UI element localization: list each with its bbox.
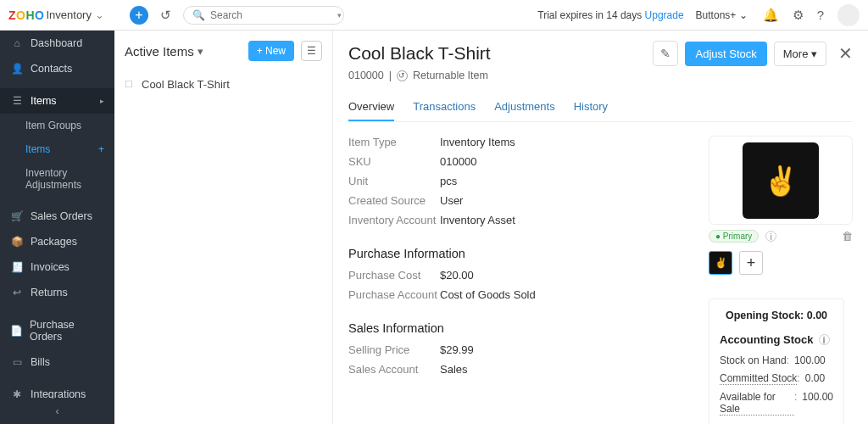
info-icon[interactable]: i <box>765 231 776 242</box>
list-view-toggle[interactable]: ☰ <box>301 41 322 61</box>
item-image[interactable] <box>709 136 853 225</box>
plus-icon[interactable]: + <box>98 143 104 155</box>
chevron-right-icon: ▸ <box>100 97 104 105</box>
field-key: Unit <box>348 175 440 187</box>
field-value: Sales <box>440 363 468 376</box>
tab-history[interactable]: History <box>574 93 608 121</box>
field-key: SKU <box>348 155 440 168</box>
field-value: Inventory Items <box>440 136 515 148</box>
sidebar-item-bills[interactable]: ▭Bills <box>0 349 114 375</box>
sidebar-item-packages[interactable]: 📦Packages <box>0 229 114 254</box>
delete-image-icon[interactable]: 🗑 <box>842 230 853 243</box>
sidebar-label: Sales Orders <box>31 210 92 222</box>
add-image-button[interactable]: + <box>739 251 763 275</box>
field-value: Cost of Goods Sold <box>440 288 536 301</box>
sidebar-sub-item-groups[interactable]: Item Groups <box>0 114 114 137</box>
field-value: $29.99 <box>440 343 474 356</box>
search-icon: 🔍 <box>192 9 205 21</box>
field-value: Inventory Asset <box>440 214 515 226</box>
sidebar-item-items[interactable]: ☰Items▸ <box>0 88 114 114</box>
quick-add-button[interactable]: + <box>130 6 148 25</box>
sidebar-item-purchase-orders[interactable]: 📄Purchase Orders <box>0 312 114 349</box>
sidebar-sub-inv-adj[interactable]: Inventory Adjustments <box>0 161 114 197</box>
sidebar-label: Items <box>31 95 57 107</box>
sidebar-sub-items[interactable]: Items+ <box>0 137 114 161</box>
sidebar-item-invoices[interactable]: 🧾Invoices <box>0 254 114 280</box>
upgrade-link[interactable]: Upgrade <box>645 9 684 21</box>
sidebar-item-sales-orders[interactable]: 🛒Sales Orders <box>0 204 114 229</box>
help-icon[interactable]: ? <box>817 8 824 22</box>
search-box[interactable]: 🔍 ▾ <box>183 6 344 25</box>
field-key: Item Type <box>348 136 440 148</box>
returnable-label: Returnable Item <box>413 70 488 81</box>
recent-icon[interactable]: ↺ <box>160 8 171 23</box>
field-value: 0.00 <box>800 372 833 385</box>
field-key[interactable]: Available for Sale <box>720 391 794 416</box>
sidebar-label: Invoices <box>31 261 70 273</box>
edit-button[interactable]: ✎ <box>653 41 678 66</box>
bill-icon: ▭ <box>10 356 24 368</box>
stock-box: Opening Stock: 0.00 Accounting Stocki St… <box>709 298 844 424</box>
sidebar-label: Purchase Orders <box>30 319 104 343</box>
contacts-icon: 👤 <box>10 63 24 75</box>
list-header: Active Items ▾ + New ☰ <box>114 31 332 71</box>
purchase-title: Purchase Information <box>348 247 688 260</box>
field-value: 010000 <box>440 155 476 168</box>
sidebar-item-returns[interactable]: ↩Returns <box>0 280 114 305</box>
checkbox-icon[interactable]: ☐ <box>125 79 133 90</box>
field-key: Created Source <box>348 194 440 207</box>
more-button[interactable]: More ▾ <box>774 42 826 66</box>
field-key: Stock on Hand <box>720 354 787 366</box>
opening-stock: Opening Stock: 0.00 <box>720 310 833 321</box>
invoice-icon: 🧾 <box>10 261 24 273</box>
bell-icon[interactable]: 🔔 <box>763 8 779 23</box>
field-value: pcs <box>440 175 457 187</box>
info-icon[interactable]: i <box>819 334 830 345</box>
sku-row: 010000 | ↺ Returnable Item <box>348 70 853 81</box>
search-scope-icon[interactable]: ▾ <box>337 11 342 20</box>
tab-adjustments[interactable]: Adjustments <box>494 93 555 121</box>
detail-fields: Item TypeInventory Items SKU010000 Unitp… <box>348 136 688 424</box>
adjust-stock-button[interactable]: Adjust Stock <box>685 42 766 66</box>
package-icon: 📦 <box>10 236 24 248</box>
logo: ZOHO <box>8 8 44 22</box>
detail-header: Cool Black T-Shirt ✎ Adjust Stock More ▾… <box>348 41 853 66</box>
new-item-button[interactable]: + New <box>248 41 294 61</box>
sidebar-label: Bills <box>31 356 50 368</box>
list-title[interactable]: Active Items <box>125 44 194 59</box>
sidebar-label: Dashboard <box>31 37 82 49</box>
sidebar-item-dashboard[interactable]: ⌂Dashboard <box>0 31 114 56</box>
po-icon: 📄 <box>10 325 23 337</box>
product-dropdown-icon[interactable]: ⌄ <box>95 8 104 21</box>
sidebar: ⌂Dashboard 👤Contacts ☰Items▸ Item Groups… <box>0 31 114 424</box>
sales-title: Sales Information <box>348 321 688 335</box>
search-input[interactable] <box>210 9 337 21</box>
tab-transactions[interactable]: Transactions <box>413 93 476 121</box>
list-item-label: Cool Black T-Shirt <box>142 78 230 91</box>
acc-stock-head: Accounting Stocki <box>720 333 833 346</box>
list-pane: Active Items ▾ + New ☰ ☐ Cool Black T-Sh… <box>114 31 333 424</box>
field-key: Purchase Account <box>348 288 440 301</box>
close-icon[interactable]: ✕ <box>838 43 853 64</box>
field-value: $20.00 <box>440 269 474 282</box>
list-filter-caret-icon[interactable]: ▾ <box>198 45 203 58</box>
return-icon: ↩ <box>10 287 24 298</box>
image-thumb[interactable]: ✌ <box>709 251 732 275</box>
sidebar-collapse[interactable]: ‹ <box>0 399 114 424</box>
avatar[interactable] <box>837 4 860 26</box>
sidebar-item-contacts[interactable]: 👤Contacts <box>0 56 114 81</box>
sidebar-label: Packages <box>31 236 77 248</box>
field-value: User <box>440 194 463 207</box>
dashboard-icon: ⌂ <box>10 37 24 49</box>
tab-overview[interactable]: Overview <box>348 93 394 121</box>
gear-icon[interactable]: ⚙ <box>793 8 804 23</box>
field-key: Sales Account <box>348 363 440 376</box>
primary-badge: ● Primary <box>709 230 759 243</box>
tshirt-graphic <box>743 142 819 219</box>
list-item[interactable]: ☐ Cool Black T-Shirt <box>114 71 332 98</box>
field-key[interactable]: Committed Stock <box>720 372 797 385</box>
sidebar-label: Returns <box>31 287 68 298</box>
org-selector[interactable]: Buttons+ ⌄ <box>696 9 748 21</box>
trial-text: Trial expires in 14 days Upgrade <box>537 9 683 21</box>
items-icon: ☰ <box>10 95 24 107</box>
